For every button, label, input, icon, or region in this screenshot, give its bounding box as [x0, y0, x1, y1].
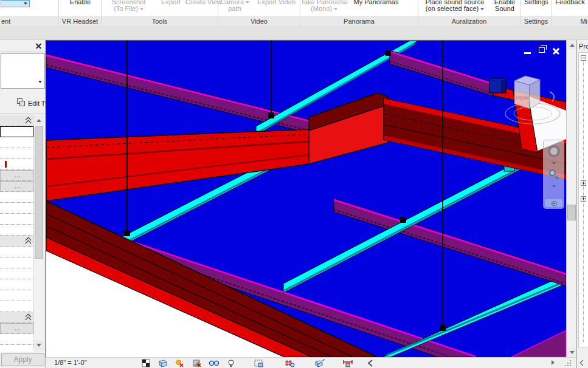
temporary-view-properties-icon[interactable] [255, 360, 263, 367]
property-value-cell[interactable] [0, 192, 33, 203]
zoom-tool-icon[interactable] [549, 169, 556, 176]
view-scale-button[interactable]: 1/8" = 1'-0" [54, 359, 87, 366]
property-value-cell[interactable] [0, 159, 33, 170]
enable-sound-button[interactable]: Enable Sound [490, 0, 519, 16]
place-sound-source-button[interactable]: Place sound source (on selected face) [422, 0, 488, 16]
dropdown-arrow-icon [38, 81, 42, 83]
camera-path-button[interactable]: Camera path [220, 0, 250, 16]
arrow-up-icon [36, 119, 41, 122]
property-value-cell[interactable] [0, 268, 33, 279]
reveal-hidden-elements-icon[interactable] [229, 360, 233, 367]
edit-ellipsis-button[interactable]: … [0, 323, 33, 334]
temporary-hide-isolate-icon[interactable] [209, 361, 218, 365]
detail-level-icon[interactable] [142, 359, 150, 367]
enable-vr-button[interactable]: Enable [59, 0, 102, 16]
dropdown-arrow-icon [334, 8, 337, 10]
show-analytical-model-icon[interactable] [285, 360, 294, 367]
take-panorama-button[interactable]: Take Panorama (Mono) [300, 0, 348, 16]
property-group-header[interactable] [0, 312, 33, 323]
scroll-up-button[interactable] [567, 40, 577, 50]
scrollbar-thumb[interactable] [567, 205, 576, 220]
collapse-arrow-icon[interactable] [368, 360, 372, 366]
dropdown-arrow-icon[interactable] [552, 185, 556, 188]
navbar-close-icon[interactable]: ⊗ [558, 141, 562, 146]
edit-ellipsis-button[interactable]: … [0, 181, 33, 192]
hanger-clip[interactable] [400, 217, 406, 223]
panel-label: VR Headset [59, 16, 101, 26]
connection-box-blue[interactable] [489, 78, 506, 93]
tree-expand-box[interactable] [581, 196, 586, 202]
panel-label: Video [218, 16, 300, 26]
property-value-cell[interactable] [0, 290, 33, 301]
type-selector[interactable] [1, 53, 45, 89]
arrow-down-icon [570, 351, 575, 354]
tree-collapse-box[interactable] [581, 55, 586, 61]
scroll-down-button[interactable] [34, 340, 44, 350]
property-value-cell[interactable] [0, 225, 33, 236]
property-value-cell[interactable] [0, 247, 33, 257]
properties-palette: Edit Type … … … [0, 40, 46, 368]
3d-view-scene[interactable]: FRONT [46, 41, 566, 357]
project-browser: Pro [576, 40, 588, 368]
export-button[interactable]: Export [157, 0, 184, 16]
properties-title-bar [0, 40, 45, 52]
project-browser-tree[interactable] [578, 52, 588, 347]
minimize-icon[interactable] [524, 52, 531, 54]
shadows-icon[interactable] [193, 360, 201, 367]
options-bar [0, 26, 588, 40]
sun-path-icon[interactable] [175, 359, 183, 367]
view-cube-front-label[interactable]: FRONT [516, 96, 531, 100]
property-group-header[interactable] [0, 115, 33, 126]
edit-ellipsis-button[interactable]: … [0, 170, 33, 181]
property-value-cell-selected[interactable] [0, 126, 33, 137]
property-value-cell[interactable] [0, 345, 33, 352]
property-value-cell[interactable] [0, 257, 33, 268]
close-icon[interactable] [552, 47, 560, 55]
vertical-scrollbar[interactable] [566, 40, 576, 357]
property-value-cell[interactable] [0, 148, 33, 159]
apply-button[interactable]: Apply [1, 353, 44, 366]
property-value-cell[interactable] [0, 214, 33, 225]
restore-icon[interactable] [539, 47, 545, 53]
panel-label: Auralization [418, 16, 520, 26]
navigation-bar: ⊗ [543, 140, 564, 209]
properties-scrollbar[interactable] [33, 115, 43, 350]
tree-expand-box[interactable] [581, 180, 586, 186]
property-value-cell[interactable] [0, 137, 33, 148]
highlight-displacement-sets-icon[interactable] [316, 359, 325, 367]
close-icon[interactable] [35, 42, 43, 50]
hscroll-right-arrow[interactable] [552, 360, 555, 365]
scrollbar-thumb[interactable] [35, 126, 43, 259]
feedback-button[interactable]: Feedback [552, 0, 588, 16]
export-video-button[interactable]: Export Video [254, 0, 299, 16]
panel-label: Panorama [300, 16, 418, 26]
steering-wheel-icon[interactable] [548, 145, 560, 157]
settings-button[interactable]: Settings [521, 0, 552, 16]
drawing-area[interactable]: FRONT [46, 40, 566, 357]
panel-label: ent [0, 16, 58, 26]
property-value-cell[interactable] [0, 301, 33, 312]
dropdown-arrow-icon [246, 1, 249, 4]
create-view-button[interactable]: Create View [185, 0, 217, 16]
panel-collapse-arrow-icon[interactable] [581, 359, 585, 366]
visual-style-icon[interactable] [159, 360, 167, 367]
gallery-dropdown[interactable] [1, 0, 30, 7]
my-panoramas-button[interactable]: My Panoramas [350, 0, 402, 16]
view-window-controls [523, 46, 566, 57]
property-group-header[interactable] [0, 236, 33, 247]
screenshot-button[interactable]: Screenshot (To File) [103, 0, 154, 16]
reveal-constraints-icon[interactable] [344, 360, 352, 367]
properties-grid: … … … [0, 115, 33, 352]
project-browser-title: Pro [579, 43, 588, 50]
hanger-clip[interactable] [386, 50, 391, 56]
property-value-cell[interactable] [0, 334, 33, 345]
arrow-up-icon [570, 44, 575, 47]
edit-type-icon [17, 98, 26, 107]
navbar-options-button[interactable] [545, 199, 562, 207]
scroll-down-button[interactable] [567, 347, 577, 357]
property-value-cell[interactable] [0, 279, 33, 290]
property-value-cell[interactable] [0, 203, 33, 214]
scroll-up-button[interactable] [34, 115, 44, 125]
dropdown-arrow-icon[interactable] [552, 162, 556, 165]
resize-grip[interactable] [564, 360, 571, 366]
